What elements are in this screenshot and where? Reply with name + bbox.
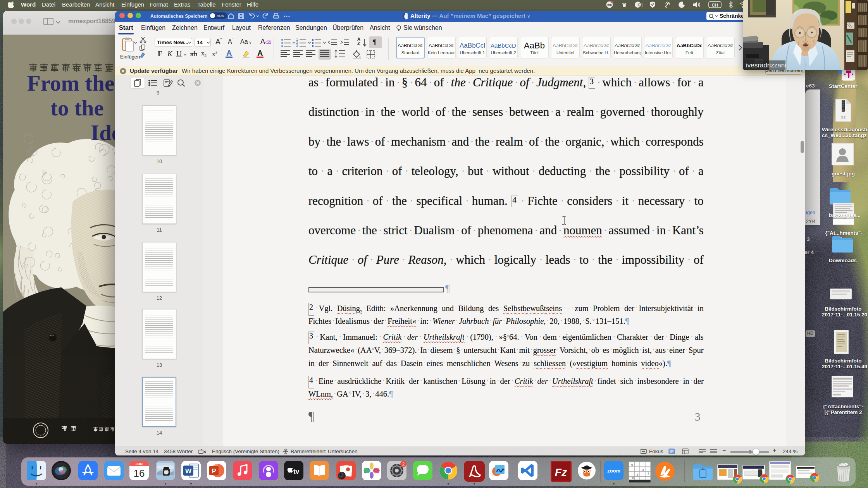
svg-text:P: P xyxy=(212,468,216,474)
svg-text:1: 1 xyxy=(648,472,649,475)
svg-text:8: 8 xyxy=(637,473,639,476)
svg-text:ivesradrizzani: ivesradrizzani xyxy=(746,62,786,69)
svg-text:Fz: Fz xyxy=(555,466,567,478)
svg-text:W: W xyxy=(404,14,408,19)
svg-text:JUN: JUN xyxy=(136,462,143,466)
svg-text:3: 3 xyxy=(642,468,644,472)
svg-text:5: 5 xyxy=(631,463,633,467)
svg-text:9: 9 xyxy=(632,476,634,479)
svg-text:!: ! xyxy=(641,3,643,7)
svg-text:GZ: GZ xyxy=(841,115,846,119)
svg-text:16: 16 xyxy=(134,467,145,479)
svg-text:tv: tv xyxy=(293,468,300,475)
svg-text:mk: mk xyxy=(607,3,612,7)
svg-text:W: W xyxy=(185,467,192,475)
svg-text:zoom: zoom xyxy=(607,468,620,474)
svg-text:CH: CH xyxy=(712,3,718,7)
svg-text:2: 2 xyxy=(402,462,405,466)
